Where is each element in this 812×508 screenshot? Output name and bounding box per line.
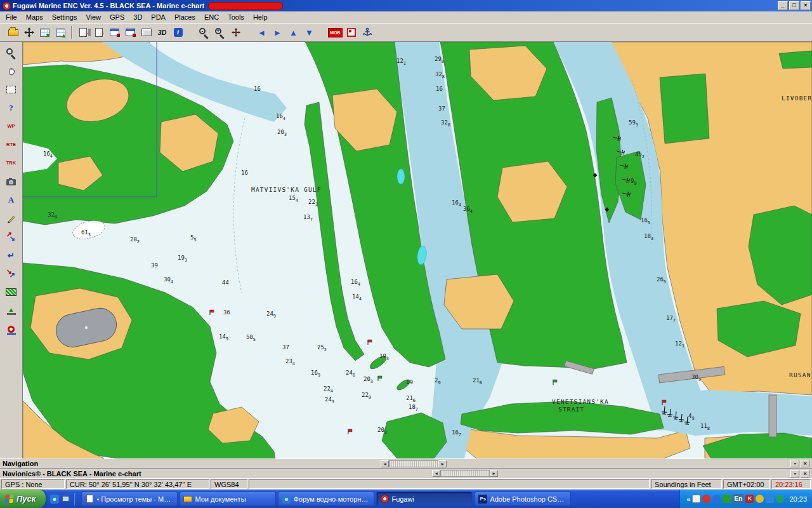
select-area-button[interactable] [3,82,20,97]
ie-icon: e [282,495,291,504]
menu-3d[interactable]: 3D [129,12,147,22]
area-fill-button[interactable] [3,284,20,300]
tray-icon[interactable] [702,495,710,503]
navigation-scrollbar[interactable]: ◄ ► [381,460,447,467]
task-forum[interactable]: eФорум водно-моторног... [278,491,374,506]
zoom-in-button[interactable]: + [212,25,228,40]
close-chart-button[interactable]: → [91,25,107,40]
menu-help[interactable]: Help [249,12,272,22]
view-3d-button[interactable]: 3D [154,25,170,40]
task-photoshop[interactable]: PsAdobe Photoshop CS3 E... [475,491,571,506]
menu-enc[interactable]: ENC [200,12,223,22]
scroll-left-icon[interactable]: ◄ [381,460,389,467]
menu-file[interactable]: File [1,12,22,22]
panel-close-button[interactable]: × [801,470,809,478]
mob-button[interactable]: MOB [327,25,343,40]
help-tool-button[interactable]: ? [3,100,20,116]
task-fugawi[interactable]: Fugawi [376,491,473,506]
show-desktop-icon[interactable] [61,494,70,504]
event-mark-button[interactable] [343,25,359,40]
tray-icon[interactable] [723,495,731,503]
panel-collapse-button[interactable]: ▪ [790,460,799,467]
zoom-tool-button[interactable] [3,45,20,60]
cursor-position: CUR: 50° 26' 51,95'' N 30° 32' 43,47'' E [66,479,209,489]
tray-icon[interactable] [776,495,784,503]
waypoint-icon: WP [7,124,15,129]
panel-close-button[interactable]: × [801,460,809,467]
info-icon: i [174,28,183,37]
chart-grid-up-button[interactable]: ▲ [53,25,69,40]
anchor-alarm-button[interactable] [359,25,375,40]
full-screen-button[interactable] [138,25,154,40]
start-button[interactable]: Пуск [0,490,46,508]
route-tool-button[interactable]: RTE [3,137,20,152]
place-label: MATVIIVS'KA GULF [251,186,322,193]
info-button[interactable]: i [170,25,186,40]
photo-tool-button[interactable] [3,174,20,189]
taskbar-clock: 20:23 [786,495,807,503]
chart-panel-title: Navionics® - BLACK SEA - Marine e-chart [3,470,141,478]
minimize-button[interactable]: _ [778,1,788,10]
zoom-out-button[interactable]: - [196,25,212,40]
chart-scrollbar[interactable]: ◄ ► [432,470,498,477]
scroll-left-button[interactable]: ◄ [254,25,270,40]
scroll-left-icon[interactable]: ◄ [432,470,440,477]
photoshop-icon: Ps [478,495,487,504]
scroll-down-button[interactable]: ▼ [301,25,317,40]
app-icon [3,2,11,10]
menu-gps[interactable]: GPS [105,12,129,22]
close-button[interactable]: × [801,1,811,10]
route-return-button[interactable]: ↵ [3,248,20,263]
panel-restore-button[interactable]: ▪ [790,470,799,478]
position-mark-button[interactable] [3,321,20,337]
soundings-units: Soundings in Feet [651,479,722,489]
route-join-button[interactable]: ↗↘ [3,229,20,244]
window-title: Fugawi Marine ENC Ver. 4.5 - BLACK SEA -… [13,2,204,10]
tray-icon[interactable] [756,495,764,503]
waypoint-tool-button[interactable]: WP [3,119,20,134]
open-chart-button[interactable]: → [75,25,91,40]
menu-maps[interactable]: Maps [22,12,48,22]
chart-map[interactable]: 1612129832816373281642035934521641698154… [23,42,812,458]
tray-icon[interactable]: K [745,495,754,503]
menu-view[interactable]: View [81,12,105,22]
tray-icon[interactable] [692,495,700,503]
ie-quicklaunch-icon[interactable]: e [49,494,59,504]
pan-view-button[interactable] [228,25,244,40]
track-icon: TRK [6,161,16,166]
chart-window-button[interactable] [107,25,122,40]
menu-pda[interactable]: PDA [147,12,170,22]
toolbar-separator [71,26,72,39]
route-leg-button[interactable]: ↗↘ [3,266,20,281]
draw-tool-button[interactable] [3,211,20,226]
depth-sounding: 16 [241,170,248,176]
depth-sounding: 37 [282,344,289,351]
track-tool-button[interactable]: TRK [3,156,20,171]
language-indicator[interactable]: En [733,494,743,504]
open-file-button[interactable] [5,25,21,40]
tray-icon[interactable] [712,495,721,503]
raise-chart-button[interactable]: ▲ [3,303,20,318]
depth-sounding: 16 [254,86,261,92]
scroll-right-icon[interactable]: ► [490,470,498,477]
task-my-documents[interactable]: Мои документы [180,491,276,506]
chart-window-2-button[interactable] [122,25,138,40]
scroll-up-button[interactable]: ▲ [285,25,301,40]
position-mark-icon [8,326,15,333]
hand-tool-button[interactable] [3,64,20,79]
menu-places[interactable]: Places [170,12,200,22]
menu-tools[interactable]: Tools [223,12,249,22]
menu-settings[interactable]: Settings [48,12,82,22]
scroll-right-icon[interactable]: ► [438,460,447,467]
depth-sounding: 36 [223,309,230,316]
maximize-button[interactable]: □ [789,1,799,10]
open-chart-icon: → [79,28,87,37]
close-chart-icon: → [95,28,103,37]
tray-icon[interactable] [766,495,774,503]
tray-expand-icon[interactable]: « [686,495,690,503]
task-browser-topic[interactable]: • Просмотр темы - Меж... [81,491,178,506]
chart-grid-down-button[interactable]: ▼ [37,25,53,40]
move-map-button[interactable] [21,25,37,40]
text-tool-button[interactable]: A [3,192,20,208]
scroll-right-button[interactable]: ► [270,25,285,40]
